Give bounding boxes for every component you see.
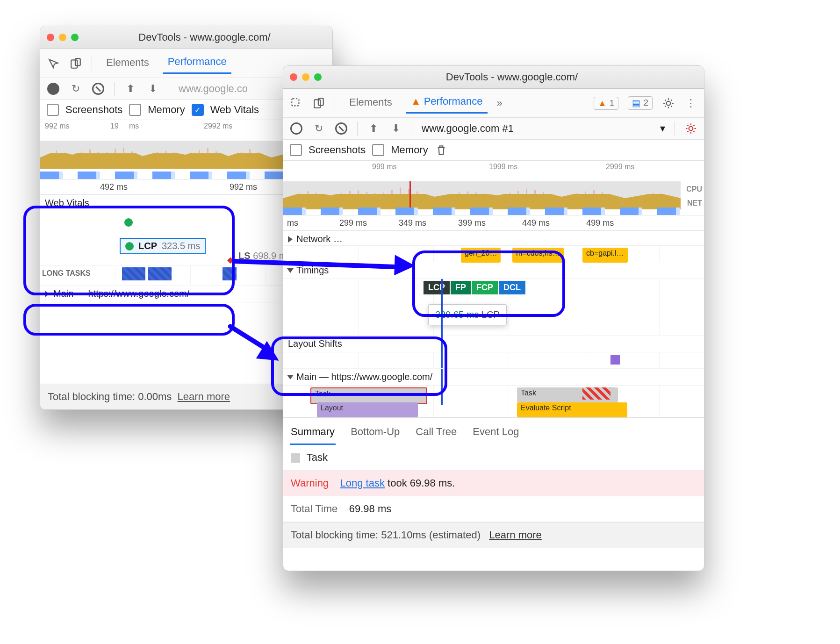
main-thread-lane[interactable]: Task Layout Task Evaluate Script (283, 386, 704, 418)
network-pill[interactable]: m=cdos,hs… (512, 248, 564, 263)
titlebar[interactable]: DevTools - www.google.com/ (283, 66, 704, 89)
device-toggle-icon[interactable] (69, 57, 82, 70)
learn-more-link[interactable]: Learn more (489, 529, 542, 541)
overview-time-mark: 2992 ms (204, 122, 232, 130)
task-block-selected[interactable]: Task (310, 387, 427, 404)
download-icon[interactable]: ⬇ (146, 82, 159, 95)
warning-label: Warning (291, 477, 329, 489)
upload-icon[interactable]: ⬆ (124, 82, 137, 95)
main-thread-label: Main — https://www.google.com/ (296, 372, 432, 382)
long-task-blocks[interactable] (122, 267, 172, 280)
layout-shifts-header[interactable]: Layout Shifts (283, 336, 704, 352)
tbt-footer: Total blocking time: 521.10ms (estimated… (283, 522, 704, 548)
long-task-blocks[interactable] (223, 267, 237, 280)
message-icon: ▤ (632, 98, 640, 108)
overview-time-mark: 2999 ms (606, 163, 634, 171)
lcp-label: LCP (138, 241, 157, 251)
expand-icon (45, 291, 50, 297)
details-tabs: Summary Bottom-Up Call Tree Event Log (283, 418, 704, 445)
warning-counter[interactable]: ▲ 1 (594, 97, 618, 110)
minimize-icon[interactable] (59, 34, 66, 41)
main-thread-header[interactable]: Main — https://www.google.com/ (283, 369, 704, 386)
ruler-tick: 992 ms (230, 182, 257, 192)
overview-timeline[interactable]: 999 ms 1999 ms 2999 ms CPU NET (283, 161, 704, 215)
tab-bottom-up[interactable]: Bottom-Up (350, 423, 401, 445)
net-label: NET (686, 196, 702, 210)
long-task-link[interactable]: Long task (340, 477, 385, 489)
timing-kind: LCP (481, 309, 500, 320)
timings-lane[interactable]: LCP FP FCP DCL 329.65 ms LCP (283, 279, 704, 336)
minimize-icon[interactable] (302, 73, 309, 81)
tab-elements[interactable]: Elements (345, 93, 397, 113)
overview-time-mark: 1999 ms (489, 163, 517, 171)
network-pill[interactable]: gen_20… (461, 248, 501, 263)
timing-tooltip: 329.65 ms LCP (428, 304, 507, 325)
device-toggle-icon[interactable] (312, 97, 325, 110)
network-lane[interactable]: gen_20… m=cdos,hs… cb=gapi.l… (283, 246, 704, 262)
download-icon[interactable]: ⬇ (389, 122, 402, 135)
memory-checkbox[interactable] (129, 104, 141, 116)
screenshots-checkbox[interactable] (47, 104, 59, 116)
record-button[interactable] (47, 82, 60, 95)
memory-checkbox[interactable] (372, 144, 384, 156)
clear-icon[interactable] (335, 122, 348, 135)
fp-badge[interactable]: FP (451, 281, 471, 294)
warning-icon: ▲ (411, 95, 421, 107)
tab-performance[interactable]: Performance (163, 53, 231, 74)
reload-icon[interactable]: ↻ (69, 82, 82, 95)
network-pill[interactable]: cb=gapi.l… (582, 248, 628, 263)
tab-elements[interactable]: Elements (101, 54, 154, 73)
upload-icon[interactable]: ⬆ (367, 122, 380, 135)
evaluate-script-block[interactable]: Evaluate Script (517, 402, 627, 417)
trace-selector[interactable]: www.google.com #1 ▾ (422, 122, 665, 135)
titlebar[interactable]: DevTools - www.google.com/ (40, 26, 332, 49)
summary-title: Task (283, 445, 704, 471)
tab-summary[interactable]: Summary (290, 423, 336, 445)
tab-call-tree[interactable]: Call Tree (415, 423, 458, 445)
web-vitals-label: Web Vitals (210, 104, 259, 116)
close-icon[interactable] (290, 73, 297, 81)
tab-performance-label: Performance (424, 95, 483, 107)
record-button[interactable] (290, 122, 303, 135)
vital-markers[interactable]: LCP FP FCP DCL (424, 281, 525, 294)
perf-options: Screenshots Memory (283, 140, 704, 161)
gear-icon[interactable] (662, 97, 675, 110)
dcl-badge[interactable]: DCL (499, 281, 525, 294)
layout-shifts-lane[interactable] (283, 352, 704, 369)
svg-rect-0 (71, 60, 77, 68)
layout-shift-block[interactable] (610, 355, 620, 365)
reload-icon[interactable]: ↻ (312, 122, 325, 135)
fcp-badge[interactable]: FCP (472, 281, 498, 294)
web-vitals-checkbox[interactable]: ✓ (192, 104, 204, 116)
tab-performance[interactable]: ▲ Performance (406, 93, 488, 114)
inspect-icon[interactable] (290, 97, 303, 110)
layout-block[interactable]: Layout (317, 402, 418, 417)
screenshots-checkbox[interactable] (290, 144, 302, 156)
kebab-icon[interactable]: ⋮ (684, 97, 697, 110)
trash-icon[interactable] (435, 143, 448, 157)
close-icon[interactable] (47, 34, 54, 41)
lcp-marker-selected[interactable]: LCP 323.5 ms (120, 238, 206, 254)
overview-time-mark: 992 ms (45, 122, 69, 130)
chevron-down-icon: ▾ (660, 122, 665, 135)
message-counter[interactable]: ▤ 2 (628, 96, 653, 110)
time-ruler[interactable]: ms 299 ms 349 ms 399 ms 449 ms 499 ms (283, 215, 704, 231)
svg-point-6 (689, 127, 693, 131)
tab-event-log[interactable]: Event Log (472, 423, 520, 445)
learn-more-link[interactable]: Learn more (178, 391, 230, 402)
tbt-text: Total blocking time: 0.00ms (48, 391, 172, 402)
clear-icon[interactable] (92, 82, 105, 95)
fullscreen-icon[interactable] (71, 34, 79, 41)
window-title: DevTools - www.google.com/ (83, 31, 326, 43)
gear-icon[interactable] (684, 122, 697, 135)
inspect-icon[interactable] (47, 57, 60, 70)
more-tabs-icon[interactable]: » (497, 97, 503, 109)
message-count: 2 (643, 98, 648, 108)
fullscreen-icon[interactable] (314, 73, 322, 81)
playhead-icon[interactable] (409, 181, 411, 209)
lcp-badge[interactable]: LCP (424, 281, 450, 294)
lcp-dot-icon[interactable] (124, 218, 133, 227)
warning-count: 1 (610, 98, 615, 108)
task-swatch-icon (291, 453, 300, 463)
network-header[interactable]: Network … (283, 231, 704, 246)
